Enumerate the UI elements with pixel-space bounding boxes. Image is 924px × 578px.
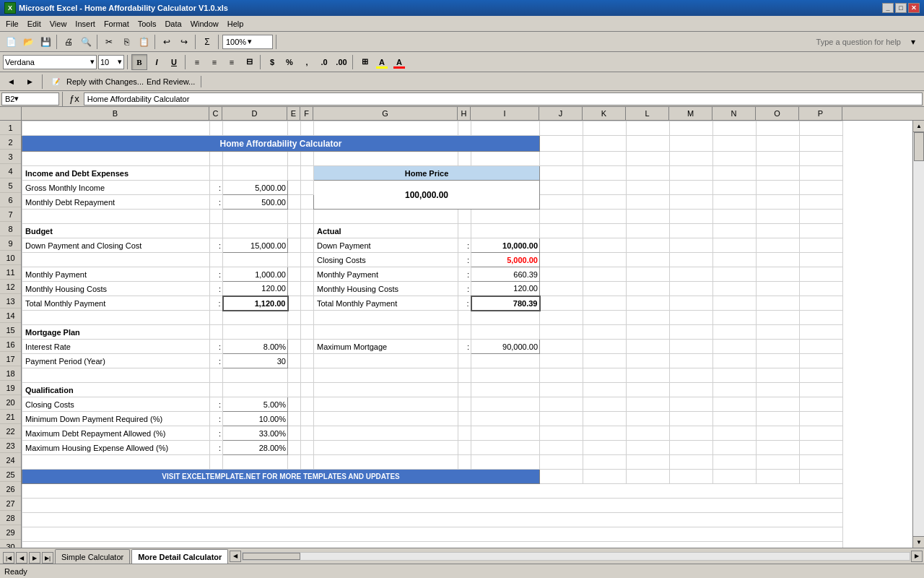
open-button[interactable]: 📂 — [20, 34, 36, 50]
formula-content[interactable]: Home Affordability Calculator — [84, 92, 923, 105]
tab-nav-last[interactable]: ▶| — [42, 552, 53, 564]
row-21[interactable]: 21 — [0, 410, 21, 424]
comma-button[interactable]: , — [299, 54, 315, 70]
save-button[interactable]: 💾 — [38, 34, 53, 50]
row-2[interactable]: 2 — [0, 135, 21, 150]
row-22[interactable]: 22 — [0, 424, 21, 439]
col-header-C[interactable]: C — [209, 107, 222, 120]
actual-monthly-payment-value[interactable]: 660.39 — [471, 267, 540, 282]
interest-rate-value[interactable]: 8.00% — [223, 340, 288, 354]
row-24[interactable]: 24 — [0, 453, 21, 467]
row-29[interactable]: 29 — [0, 525, 21, 540]
scroll-track-v[interactable] — [913, 132, 924, 536]
borders-button[interactable]: ⊞ — [357, 54, 372, 70]
menu-format[interactable]: Format — [100, 18, 134, 30]
col-header-J[interactable]: J — [539, 107, 583, 120]
menu-edit[interactable]: Edit — [23, 18, 45, 30]
row-14[interactable]: 14 — [0, 309, 21, 323]
monthly-debt-value[interactable]: 500.00 — [223, 195, 288, 210]
menu-help[interactable]: Help — [223, 18, 248, 30]
row-15[interactable]: 15 — [0, 323, 21, 337]
scroll-up-button[interactable]: ▲ — [913, 121, 924, 132]
row-9[interactable]: 9 — [0, 236, 21, 251]
payment-period-value[interactable]: 30 — [223, 354, 288, 368]
monthly-housing-value[interactable]: 120.00 — [223, 282, 288, 296]
autosum-button[interactable]: Σ — [199, 34, 215, 50]
row-17[interactable]: 17 — [0, 352, 21, 366]
font-name-box[interactable]: Verdana ▾ — [3, 55, 97, 69]
total-monthly-value[interactable]: 1,120.00 — [223, 296, 288, 311]
col-header-K[interactable]: K — [583, 107, 626, 120]
scroll-down-button[interactable]: ▼ — [913, 536, 924, 548]
gross-income-value[interactable]: 5,000.00 — [223, 181, 288, 195]
col-header-P[interactable]: P — [799, 107, 842, 120]
col-header-D[interactable]: D — [222, 107, 287, 120]
col-header-G[interactable]: G — [313, 107, 458, 120]
help-dropdown[interactable]: ▾ — [905, 34, 921, 50]
font-color-button[interactable]: A — [391, 54, 407, 70]
row-6[interactable]: 6 — [0, 193, 21, 207]
row-28[interactable]: 28 — [0, 511, 21, 525]
merge-center-button[interactable]: ⊟ — [241, 54, 257, 70]
maximize-button[interactable]: □ — [895, 3, 907, 13]
actual-total-monthly-value[interactable]: 780.39 — [471, 296, 540, 311]
row-5[interactable]: 5 — [0, 178, 21, 193]
row-27[interactable]: 27 — [0, 496, 21, 511]
decrease-decimal-button[interactable]: .00 — [334, 54, 349, 70]
col-header-N[interactable]: N — [712, 107, 756, 120]
currency-button[interactable]: $ — [264, 54, 280, 70]
new-button[interactable]: 📄 — [3, 34, 19, 50]
fill-color-button[interactable]: A — [374, 54, 390, 70]
col-header-B[interactable]: B — [22, 107, 209, 120]
italic-button[interactable]: I — [149, 54, 165, 70]
h-scroll-thumb[interactable] — [243, 553, 300, 560]
actual-down-payment-value[interactable]: 10,000.00 — [471, 238, 540, 253]
min-down-payment-value[interactable]: 10.00% — [223, 412, 288, 426]
fwd-btn[interactable]: ▶ — [22, 74, 38, 90]
bold-button[interactable]: B — [131, 54, 147, 70]
qual-closing-costs-value[interactable]: 5.00% — [223, 397, 288, 412]
row-13[interactable]: 13 — [0, 294, 21, 309]
row-25[interactable]: 25 — [0, 467, 21, 482]
reply-btn[interactable]: 📝 — [48, 74, 64, 90]
max-mortgage-value[interactable]: 90,000.00 — [471, 340, 540, 354]
monthly-payment-value[interactable]: 1,000.00 — [223, 267, 288, 282]
max-debt-repayment-value[interactable]: 33.00% — [223, 426, 288, 441]
col-header-M[interactable]: M — [669, 107, 712, 120]
redo-button[interactable]: ↪ — [176, 34, 192, 50]
tab-simple-calculator[interactable]: Simple Calculator — [55, 549, 130, 564]
col-header-E[interactable]: E — [287, 107, 300, 120]
tab-nav-prev[interactable]: ◀ — [16, 552, 27, 564]
close-button[interactable]: ✕ — [908, 3, 920, 13]
row-20[interactable]: 20 — [0, 395, 21, 410]
home-price-value[interactable]: 100,000.00 — [314, 181, 540, 210]
copy-button[interactable]: ⎘ — [118, 34, 134, 50]
row-8[interactable]: 8 — [0, 222, 21, 236]
tab-nav-first[interactable]: |◀ — [3, 552, 14, 564]
down-payment-value[interactable]: 15,000.00 — [223, 238, 288, 253]
scroll-thumb-v[interactable] — [914, 132, 924, 161]
col-header-O[interactable]: O — [756, 107, 799, 120]
font-size-box[interactable]: 10 ▾ — [98, 55, 124, 69]
tab-more-detail-calculator[interactable]: More Detail Calculator — [131, 549, 228, 564]
row-18[interactable]: 18 — [0, 366, 21, 381]
row-12[interactable]: 12 — [0, 280, 21, 294]
row-4[interactable]: 4 — [0, 164, 21, 178]
zoom-dropdown-icon[interactable]: ▾ — [248, 37, 252, 46]
row-26[interactable]: 26 — [0, 482, 21, 496]
menu-window[interactable]: Window — [186, 18, 223, 30]
align-right-button[interactable]: ≡ — [224, 54, 240, 70]
col-header-H[interactable]: H — [458, 107, 471, 120]
print-button[interactable]: 🖨 — [61, 34, 77, 50]
row-7[interactable]: 7 — [0, 207, 21, 222]
scroll-left-button[interactable]: ◀ — [230, 551, 241, 562]
row-10[interactable]: 10 — [0, 251, 21, 265]
menu-data[interactable]: Data — [160, 18, 186, 30]
actual-monthly-housing-value[interactable]: 120.00 — [471, 282, 540, 296]
row-3[interactable]: 3 — [0, 150, 21, 164]
col-header-F[interactable]: F — [300, 107, 313, 120]
max-housing-expense-value[interactable]: 28.00% — [223, 441, 288, 455]
menu-file[interactable]: File — [1, 18, 23, 30]
underline-button[interactable]: U — [166, 54, 182, 70]
cut-button[interactable]: ✂ — [101, 34, 117, 50]
